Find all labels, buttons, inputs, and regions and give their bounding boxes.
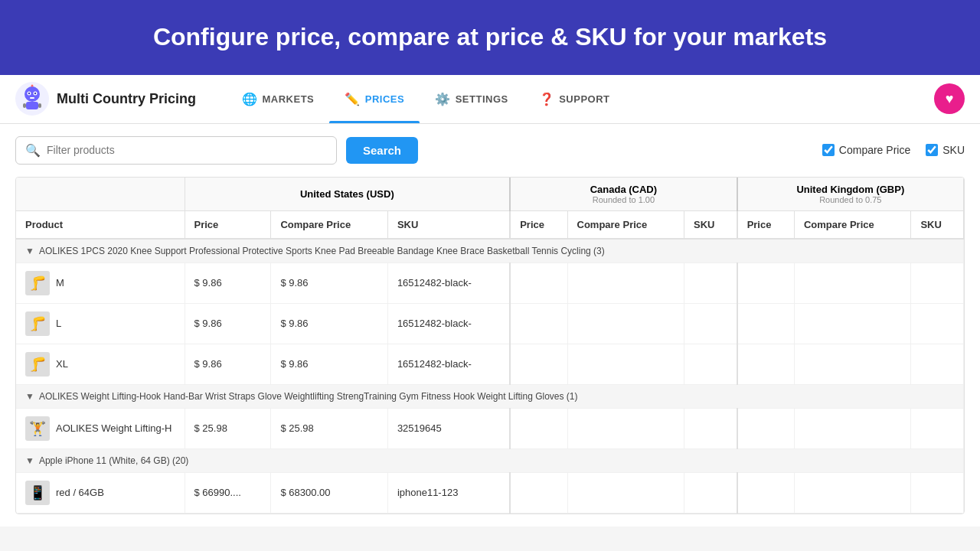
heart-button[interactable]: ♥ xyxy=(934,83,965,114)
uk-compare-price[interactable] xyxy=(794,303,910,344)
group-title: AOLIKES 1PCS 2020 Knee Support Professio… xyxy=(39,246,605,256)
ca-sku[interactable] xyxy=(684,303,737,344)
col-uk-price: Price xyxy=(737,210,795,239)
ca-sku[interactable] xyxy=(684,344,737,384)
col-us-price: Price xyxy=(185,210,271,239)
uk-sku[interactable] xyxy=(911,262,964,303)
uk-compare-price[interactable] xyxy=(794,344,910,384)
nav-label-prices: PRICES xyxy=(365,93,404,105)
column-header-row: Product Price Compare Price SKU Price Co… xyxy=(16,210,964,239)
uk-price[interactable] xyxy=(737,262,795,303)
product-thumbnail: 📱 xyxy=(25,481,50,505)
col-uk-compare: Compare Price xyxy=(794,210,910,239)
us-price[interactable]: $ 9.86 xyxy=(185,303,271,344)
sku-check[interactable] xyxy=(926,144,938,156)
product-cell: 🦵 M xyxy=(16,262,185,303)
ca-compare-price[interactable] xyxy=(567,344,684,384)
product-thumbnail: 🦵 xyxy=(25,352,50,377)
ca-sku[interactable] xyxy=(684,262,737,303)
group-row[interactable]: ▼AOLIKES 1PCS 2020 Knee Support Professi… xyxy=(16,239,964,263)
nav-item-settings[interactable]: ⚙️ SETTINGS xyxy=(420,74,524,123)
col-ca-compare: Compare Price xyxy=(567,210,684,239)
uk-price[interactable] xyxy=(737,344,795,384)
svg-rect-10 xyxy=(23,103,26,108)
country-header-row: United States (USD) Canada (CAD) Rounded… xyxy=(16,178,964,211)
svg-rect-11 xyxy=(38,103,41,108)
us-sku[interactable]: 16512482-black- xyxy=(387,303,510,344)
sku-checkbox[interactable]: SKU xyxy=(926,144,965,156)
col-ca-sku: SKU xyxy=(684,210,737,239)
search-input-wrapper[interactable]: 🔍 xyxy=(15,136,337,165)
ca-compare-price[interactable] xyxy=(567,262,684,303)
ca-price[interactable] xyxy=(510,262,567,303)
col-us-sku: SKU xyxy=(387,210,510,239)
uk-price[interactable] xyxy=(737,303,795,344)
uk-sku[interactable] xyxy=(911,303,964,344)
table-row: 🦵 L $ 9.86 $ 9.86 16512482-black- xyxy=(16,303,964,344)
us-price[interactable]: $ 9.86 xyxy=(185,344,271,384)
svg-point-5 xyxy=(28,93,30,94)
product-thumbnail: 🦵 xyxy=(25,311,50,336)
uk-sku[interactable] xyxy=(911,344,964,384)
product-thumbnail: 🏋️ xyxy=(25,416,50,441)
uk-compare-price[interactable] xyxy=(794,262,910,303)
uk-price[interactable] xyxy=(737,472,795,513)
ca-price[interactable] xyxy=(510,344,567,384)
us-compare-price[interactable]: $ 9.86 xyxy=(271,344,387,384)
ca-sku[interactable] xyxy=(684,408,737,448)
nav-item-support[interactable]: ❓ SUPPORT xyxy=(524,74,626,123)
group-title: Apple iPhone 11 (White, 64 GB) (20) xyxy=(39,455,188,466)
pencil-icon: ✏️ xyxy=(345,92,361,106)
uk-compare-price[interactable] xyxy=(794,408,910,448)
uk-compare-price[interactable] xyxy=(794,472,910,513)
ca-price[interactable] xyxy=(510,303,567,344)
us-price[interactable]: $ 25.98 xyxy=(185,408,271,448)
nav-item-prices[interactable]: ✏️ PRICES xyxy=(329,74,420,123)
group-row[interactable]: ▼AOLIKES Weight Lifting-Hook Hand-Bar Wr… xyxy=(16,384,964,408)
ca-compare-price[interactable] xyxy=(567,472,684,513)
svg-point-9 xyxy=(31,85,34,87)
us-price[interactable]: $ 66990.... xyxy=(185,472,271,513)
search-button[interactable]: Search xyxy=(346,137,418,164)
ca-price[interactable] xyxy=(510,472,567,513)
compare-price-check[interactable] xyxy=(822,144,835,156)
us-price[interactable]: $ 9.86 xyxy=(185,262,271,303)
ca-price[interactable] xyxy=(510,408,567,448)
search-bar: 🔍 Search Compare Price SKU xyxy=(15,136,965,165)
group-row[interactable]: ▼Apple iPhone 11 (White, 64 GB) (20) xyxy=(16,448,964,472)
product-cell: 🦵 L xyxy=(16,303,185,344)
table-row: 🦵 M $ 9.86 $ 9.86 16512482-black- xyxy=(16,262,964,303)
brand-name: Multi Country Pricing xyxy=(57,91,196,107)
table-row: 📱 red / 64GB $ 66990.... $ 68300.00 ipho… xyxy=(16,472,964,513)
globe-icon: 🌐 xyxy=(242,92,258,106)
sku-label: SKU xyxy=(942,144,965,156)
table-row: 🦵 XL $ 9.86 $ 9.86 16512482-black- xyxy=(16,344,964,384)
filter-checkboxes: Compare Price SKU xyxy=(822,144,965,156)
uk-sku[interactable] xyxy=(911,472,964,513)
search-icon: 🔍 xyxy=(25,143,41,158)
us-sku[interactable]: 32519645 xyxy=(387,408,510,448)
compare-price-checkbox[interactable]: Compare Price xyxy=(822,144,910,156)
uk-price[interactable] xyxy=(737,408,795,448)
table-body: ▼AOLIKES 1PCS 2020 Knee Support Professi… xyxy=(16,239,964,514)
compare-price-label: Compare Price xyxy=(839,144,910,156)
ca-compare-price[interactable] xyxy=(567,408,684,448)
uk-sku[interactable] xyxy=(911,408,964,448)
us-compare-price[interactable]: $ 9.86 xyxy=(271,262,387,303)
svg-rect-7 xyxy=(30,97,34,99)
col-uk-sku: SKU xyxy=(911,210,964,239)
us-sku[interactable]: 16512482-black- xyxy=(387,344,510,384)
nav-item-markets[interactable]: 🌐 MARKETS xyxy=(227,74,329,123)
us-compare-price[interactable]: $ 9.86 xyxy=(271,303,387,344)
search-input[interactable] xyxy=(47,144,327,156)
us-compare-price[interactable]: $ 25.98 xyxy=(271,408,387,448)
us-compare-price[interactable]: $ 68300.00 xyxy=(271,472,387,513)
nav-label-settings: SETTINGS xyxy=(456,93,508,105)
us-sku[interactable]: 16512482-black- xyxy=(387,262,510,303)
navbar: Multi Country Pricing 🌐 MARKETS ✏️ PRICE… xyxy=(0,75,980,124)
us-sku[interactable]: iphone11-123 xyxy=(387,472,510,513)
ca-sku[interactable] xyxy=(684,472,737,513)
ca-compare-price[interactable] xyxy=(567,303,684,344)
pricing-table-wrapper: United States (USD) Canada (CAD) Rounded… xyxy=(15,177,965,514)
product-name: AOLIKES Weight Lifting-H xyxy=(56,422,172,434)
